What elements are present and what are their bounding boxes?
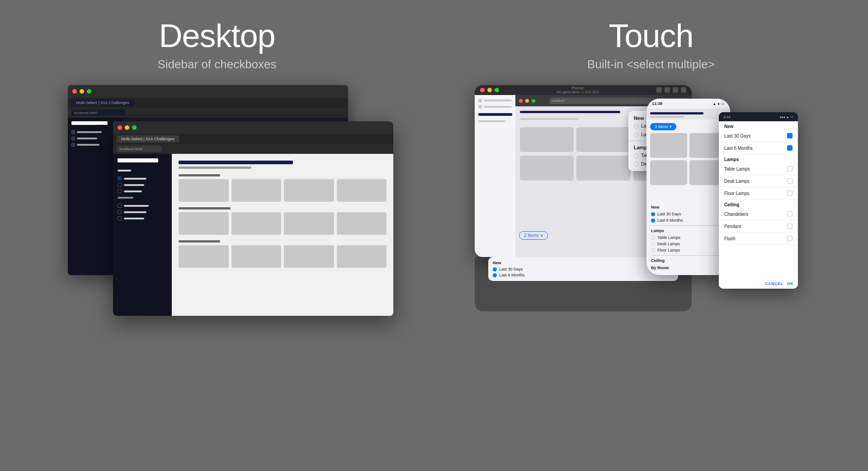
iphone-desk-lamps-label: Desk Lamps [657,242,680,246]
product-cell-11 [284,245,334,268]
iphone-30days-label: Last 30 Days [657,212,681,216]
fullscreen-icon-front [132,125,137,130]
iphone-status-icons: ▲ ● ▭ [712,102,725,106]
android-item-flush[interactable]: Flush [719,233,798,245]
product-cell-2 [231,179,282,202]
ipad-dd-radio-desk-lamps [634,162,638,167]
product-cell-9 [179,245,229,268]
sidebar-item-floor-lamps[interactable] [118,216,167,220]
tab-bar-front: Multi-Select | GUI Challenges [113,134,393,144]
ipad-sheet-new-label: New [493,261,501,265]
android-cancel-button[interactable]: CANCEL [765,281,783,286]
iphone-sheet-new-header: New ▾ [651,204,726,211]
label-desk-lamps [124,211,146,213]
ipad-b-close [519,99,523,103]
ipad-nav-sub [478,120,505,122]
android-checkbox-pendant[interactable] [787,224,793,229]
android-checkbox-flush[interactable] [787,236,793,241]
iphone-sheet-floor-lamps[interactable]: Floor Lamps [651,247,726,253]
android-item-chandeliers[interactable]: Chandeliers [719,208,798,220]
android-checkbox-chandeliers[interactable] [787,211,793,217]
iphone-sheet-30days[interactable]: Last 30 Days [651,211,726,217]
checkbox-table-lamps[interactable] [118,204,122,208]
iphone-main-area: 3 Items ▾ [646,119,730,275]
ipad-toolbar-icons [656,87,686,93]
checkbox-30days[interactable] [118,183,122,187]
product-cell-3 [284,179,334,202]
items-pill[interactable]: 2 Items ▾ [519,231,548,240]
label-6months-back [77,144,99,146]
sidebar-item-30days[interactable] [118,183,167,187]
ipad-top-bar: iPad Air 4th generation — iOS 15.0 [475,85,692,95]
android-item-pendant[interactable]: Pendant [719,220,798,233]
iphone-items-chevron-icon: ▾ [670,124,672,129]
sidebar-group-lamps [118,204,167,220]
iphone-divider-1 [651,225,726,226]
sidebar-item-new-back [71,130,118,134]
checkbox-new[interactable] [118,176,122,181]
address-bar-back: localhost:3000 [68,108,348,118]
android-item-6months[interactable]: Last 6 Months [719,142,798,154]
ipad-share-icon [665,87,670,93]
iphone-floor-lamps-label: Floor Lamps [657,248,680,252]
label-30days [124,184,144,186]
ipad-url-text: localhost [552,99,565,102]
iphone-sheet-byroom-section: By Room › [651,264,726,271]
android-ok-button[interactable]: OK [787,281,794,286]
sidebar-front [113,154,172,316]
iphone-sheet-6months[interactable]: Last 6 Months [651,217,726,224]
iphone-time: 11:39 [652,101,662,106]
sidebar-item-desk-lamps[interactable] [118,210,167,214]
android-select-list: New Last 30 Days Last 6 Months Lamps [719,121,798,279]
checkbox-floor-lamps[interactable] [118,216,122,220]
ipad-cell-5 [576,156,630,181]
sidebar-item-new[interactable] [118,176,167,181]
ipad-b-full [532,99,535,103]
iphone-sheet-overlay: ✕ New ▾ Last 30 Days [646,200,730,275]
logo-front [118,158,158,162]
minimize-icon-front [125,125,129,130]
android-checkbox-desk-lamps[interactable] [787,178,793,184]
sidebar-item-30days-back [71,137,118,140]
ipad-cell-1 [520,127,574,152]
checkbox-6months[interactable] [118,189,122,193]
android-checkbox-table-lamps[interactable] [787,166,793,171]
sidebar-item-6months-back [71,143,118,147]
ipad-b-min [525,99,529,103]
sidebar-item-table-lamps[interactable] [118,204,167,208]
checkbox-30days-back [71,137,75,140]
android-status-icons: ●●● ▲ ▭ [779,115,793,119]
android-battery-icon: ▭ [790,115,793,119]
iphone-sheet-desk-lamps[interactable]: Desk Lamps [651,241,726,247]
android-checkbox-floor-lamps[interactable] [787,190,793,196]
android-item-floor-lamps[interactable]: Floor Lamps [719,187,798,200]
iphone-signal-icon: ● [717,102,720,106]
android-item-table-lamps[interactable]: Table Lamps [719,163,798,175]
address-bar-front: localhost:3000 [113,144,393,154]
iphone-sheet-lamps-section: Lamps ▾ Table Lamps Desk Lamps [651,227,726,253]
android-checkbox-6months[interactable] [787,145,793,151]
ipad-nav-line-1 [484,100,512,101]
ipad-model-gen: 4th generation — iOS 15.0 [557,90,599,94]
iphone-items-pill[interactable]: 3 Items ▾ [650,123,676,130]
iphone-sheet-ceiling-label: Ceiling [651,258,665,263]
checkbox-desk-lamps[interactable] [118,210,122,214]
ipad-sheet-6months-label: Last 6 Months [499,273,525,277]
desktop-section: Multi-Select | GUI Challenges localhost:… [68,85,393,311]
sidebar-item-6months[interactable] [118,189,167,193]
iphone-sheet-table-lamps[interactable]: Table Lamps [651,234,726,241]
browser-window-front: Multi-Select | GUI Challenges localhost:… [113,121,393,316]
content-heading [179,161,293,164]
android-checkbox-30days[interactable] [787,133,793,138]
iphone-body: 3 Items ▾ [646,109,730,275]
label-30days-back [77,138,97,139]
iphone-table-lamps-label: Table Lamps [657,235,680,240]
logo-back [71,121,108,125]
ipad-fullscreen-icon [495,88,499,92]
android-frame: 2:14 ●●● ▲ ▭ New Last 30 Days [719,112,798,289]
android-item-30days[interactable]: Last 30 Days [719,130,798,142]
android-item-desk-lamps[interactable]: Desk Lamps [719,175,798,187]
android-wifi-icon: ▲ [786,115,789,119]
android-status-bar: 2:14 ●●● ▲ ▭ [719,112,798,121]
ipad-nav-dot-1 [478,99,482,102]
